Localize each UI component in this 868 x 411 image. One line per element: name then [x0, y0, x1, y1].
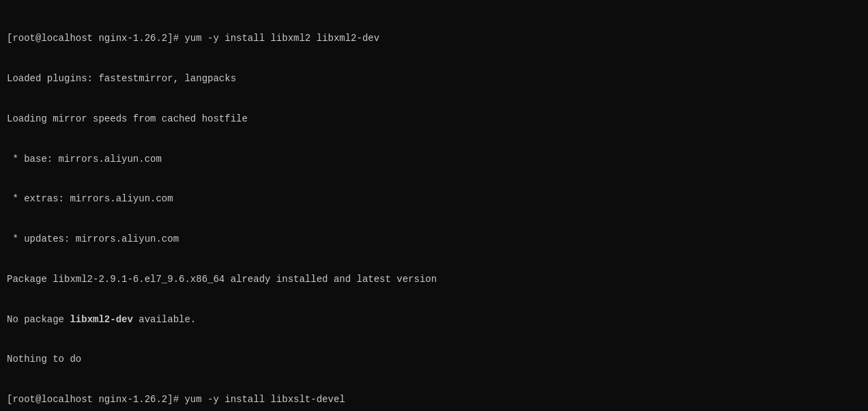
line-8: No package libxml2-dev available.	[7, 313, 861, 327]
line-3: Loading mirror speeds from cached hostfi…	[7, 113, 861, 126]
line-10: [root@localhost nginx-1.26.2]# yum -y in…	[7, 393, 861, 407]
bold-package-name: libxml2-dev	[70, 314, 132, 325]
line-4: * base: mirrors.aliyun.com	[7, 153, 861, 167]
line-1: [root@localhost nginx-1.26.2]# yum -y in…	[7, 32, 861, 46]
line-5: * extras: mirrors.aliyun.com	[7, 193, 861, 206]
line-7: Package libxml2-2.9.1-6.el7_9.6.x86_64 a…	[7, 273, 861, 287]
line-9: Nothing to do	[7, 353, 861, 367]
line-6: * updates: mirrors.aliyun.com	[7, 233, 861, 246]
terminal-output: [root@localhost nginx-1.26.2]# yum -y in…	[7, 5, 861, 411]
line-2: Loaded plugins: fastestmirror, langpacks	[7, 72, 861, 86]
